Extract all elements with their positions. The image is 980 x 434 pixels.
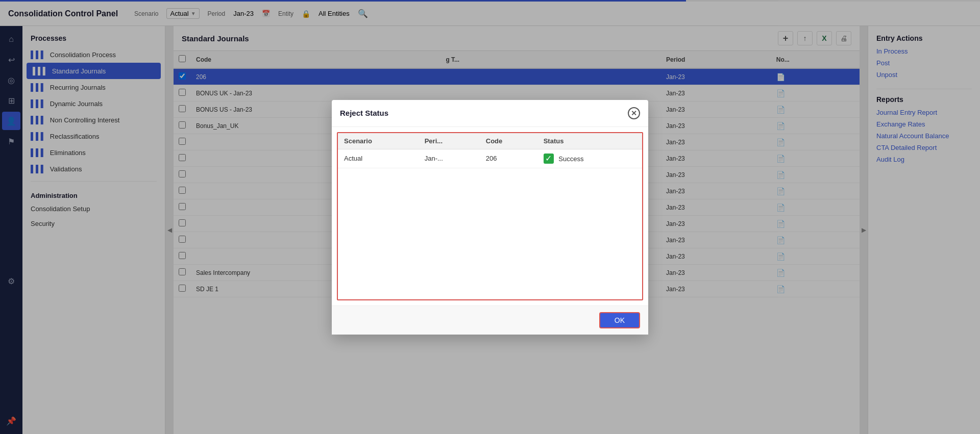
modal-table-row: Actual Jan-... 206 ✓ Success bbox=[338, 149, 642, 168]
modal-status-table: Scenario Peri... Code Status Actual Jan-… bbox=[338, 133, 642, 168]
modal-status-text: Success bbox=[558, 155, 583, 163]
modal-title: Reject Status bbox=[340, 109, 388, 117]
success-checkmark-icon: ✓ bbox=[544, 154, 554, 164]
modal-row-status: ✓ Success bbox=[537, 149, 642, 168]
modal-row-period: Jan-... bbox=[419, 149, 480, 168]
modal-col-code: Code bbox=[480, 133, 537, 149]
modal-header: Reject Status ✕ bbox=[332, 100, 648, 127]
modal-close-button[interactable]: ✕ bbox=[628, 107, 640, 119]
modal-row-code: 206 bbox=[480, 149, 537, 168]
modal-overlay: Reject Status ✕ Scenario Peri... Code St… bbox=[0, 0, 980, 434]
modal-body: Scenario Peri... Code Status Actual Jan-… bbox=[332, 127, 648, 305]
modal-col-scenario: Scenario bbox=[338, 133, 419, 149]
reject-status-modal: Reject Status ✕ Scenario Peri... Code St… bbox=[332, 100, 648, 335]
modal-footer: OK bbox=[332, 305, 648, 335]
ok-button[interactable]: OK bbox=[599, 312, 640, 328]
modal-col-period: Peri... bbox=[419, 133, 480, 149]
modal-row-scenario: Actual bbox=[338, 149, 419, 168]
modal-table-wrapper: Scenario Peri... Code Status Actual Jan-… bbox=[337, 132, 643, 300]
modal-col-status: Status bbox=[537, 133, 642, 149]
